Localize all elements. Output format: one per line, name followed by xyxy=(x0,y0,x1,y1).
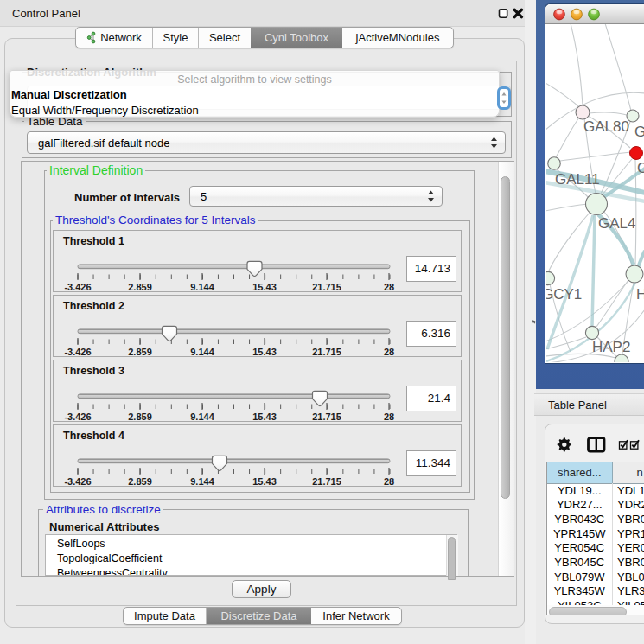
svg-text:G.: G. xyxy=(634,124,644,140)
svg-text:9.144: 9.144 xyxy=(190,282,214,292)
svg-text:28: 28 xyxy=(384,411,394,422)
svg-text:2.859: 2.859 xyxy=(128,476,152,487)
svg-text:9.144: 9.144 xyxy=(190,476,214,487)
svg-text:9.144: 9.144 xyxy=(190,411,214,422)
svg-text:GAL4: GAL4 xyxy=(598,215,635,232)
svg-text:15.43: 15.43 xyxy=(252,476,277,487)
svg-text:2.859: 2.859 xyxy=(128,411,152,422)
svg-text:21.715: 21.715 xyxy=(312,411,341,422)
svg-text:GCY1: GCY1 xyxy=(546,286,582,303)
svg-text:21.715: 21.715 xyxy=(312,347,341,357)
svg-text:15.43: 15.43 xyxy=(252,411,277,422)
svg-text:-3.426: -3.426 xyxy=(64,347,91,357)
svg-text:-3.426: -3.426 xyxy=(64,476,91,487)
svg-text:GAL11: GAL11 xyxy=(555,171,600,188)
svg-text:2.859: 2.859 xyxy=(128,282,152,292)
svg-text:15.43: 15.43 xyxy=(252,282,277,292)
svg-text:21.715: 21.715 xyxy=(312,476,341,487)
svg-text:HAP2: HAP2 xyxy=(592,339,630,355)
svg-text:2.859: 2.859 xyxy=(128,347,152,357)
svg-text:-3.426: -3.426 xyxy=(64,282,91,292)
svg-text:28: 28 xyxy=(384,476,394,487)
svg-text:GAL80: GAL80 xyxy=(583,118,629,135)
svg-text:C: C xyxy=(637,160,644,176)
svg-text:-3.426: -3.426 xyxy=(64,411,91,422)
svg-text:H: H xyxy=(636,286,644,303)
svg-text:9.144: 9.144 xyxy=(190,347,214,357)
svg-text:28: 28 xyxy=(384,282,394,292)
svg-text:21.715: 21.715 xyxy=(312,282,341,292)
svg-text:28: 28 xyxy=(384,347,394,357)
svg-text:15.43: 15.43 xyxy=(252,347,277,357)
